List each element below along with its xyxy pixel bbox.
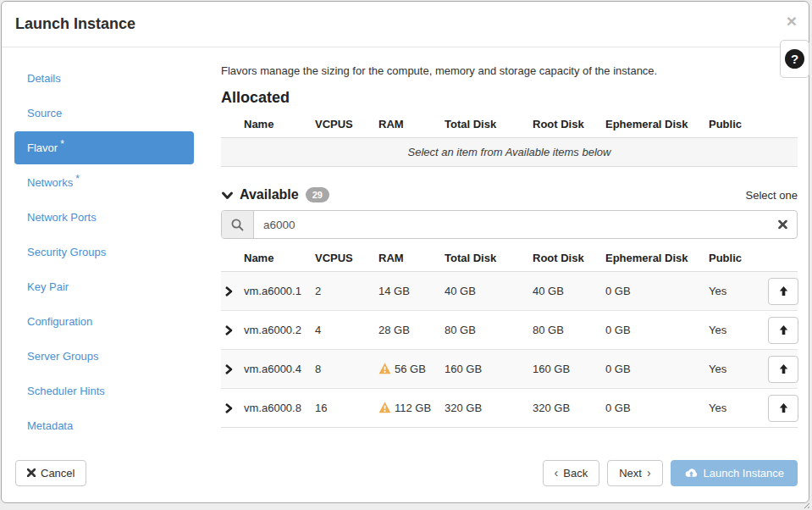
column-header-name: Name <box>243 110 314 138</box>
clear-search-icon[interactable] <box>776 219 789 231</box>
column-header-root-disk: Root Disk <box>532 244 605 272</box>
allocate-flavor-button[interactable] <box>768 356 798 383</box>
column-spacer <box>767 110 798 138</box>
column-spacer <box>767 244 798 272</box>
flavor-ephemeral-disk: 0 GB <box>605 350 708 389</box>
next-button[interactable]: Next › <box>607 460 662 486</box>
chevron-down-icon[interactable] <box>221 189 234 202</box>
table-row[interactable]: vm.a6000.1 2 14 GB 40 GB 40 GB 0 GB Yes <box>221 272 798 311</box>
help-button[interactable]: ? <box>780 40 809 78</box>
arrow-up-icon <box>778 363 789 374</box>
table-row[interactable]: vm.a6000.2 4 28 GB 80 GB 80 GB 0 GB Yes <box>221 311 798 350</box>
column-header-vcpus: VCPUS <box>314 110 378 138</box>
allocated-empty-row: Select an item from Available items belo… <box>221 138 798 167</box>
back-button[interactable]: ‹ Back <box>543 460 600 486</box>
allocate-flavor-button[interactable] <box>768 395 798 422</box>
flavor-total-disk: 160 GB <box>444 350 532 389</box>
column-header-public: Public <box>708 110 767 138</box>
flavor-public: Yes <box>708 389 767 428</box>
sidebar-item-security-groups[interactable]: Security Groups <box>2 235 207 269</box>
allocated-table: NameVCPUSRAMTotal DiskRoot DiskEphemeral… <box>221 110 798 167</box>
allocated-empty-message: Select an item from Available items belo… <box>221 138 798 167</box>
flavor-total-disk: 320 GB <box>444 389 532 428</box>
modal-header: Launch Instance × <box>2 2 809 47</box>
flavor-root-disk: 40 GB <box>532 272 605 311</box>
flavor-step-panel: Flavors manage the sizing for the comput… <box>207 47 809 452</box>
arrow-up-icon <box>778 402 789 413</box>
flavor-ram: 14 GB <box>378 272 444 311</box>
required-asterisk: * <box>75 173 80 185</box>
chevron-right-icon: › <box>647 466 651 480</box>
column-header-root-disk: Root Disk <box>532 110 605 138</box>
flavor-ephemeral-disk: 0 GB <box>605 311 708 350</box>
close-icon[interactable]: × <box>787 12 797 30</box>
column-header-ephemeral-disk: Ephemeral Disk <box>605 244 708 272</box>
launch-instance-modal: Launch Instance × ? Details Source Flavo… <box>1 1 809 503</box>
flavor-public: Yes <box>708 311 767 350</box>
column-header-ephemeral-disk: Ephemeral Disk <box>605 110 708 138</box>
launch-instance-button[interactable]: Launch Instance <box>671 460 798 486</box>
flavor-vcpus: 4 <box>314 311 378 350</box>
search-input[interactable] <box>254 211 797 238</box>
sidebar-item-configuration[interactable]: Configuration <box>2 304 207 339</box>
sidebar-item-key-pair[interactable]: Key Pair <box>2 269 207 304</box>
expand-row-icon[interactable] <box>221 311 243 350</box>
expand-row-icon[interactable] <box>221 350 243 389</box>
flavor-name: vm.a6000.1 <box>243 272 314 311</box>
allocate-flavor-button[interactable] <box>768 278 798 305</box>
modal-title: Launch Instance <box>15 15 135 33</box>
flavor-vcpus: 8 <box>314 350 378 389</box>
x-icon <box>27 468 36 477</box>
column-header-ram: RAM <box>378 110 444 138</box>
flavor-vcpus: 2 <box>314 272 378 311</box>
flavor-public: Yes <box>708 350 767 389</box>
sidebar-item-server-groups[interactable]: Server Groups <box>2 339 207 374</box>
column-header-ram: RAM <box>378 244 444 272</box>
required-asterisk: * <box>60 138 64 150</box>
sidebar-item-metadata[interactable]: Metadata <box>2 408 207 443</box>
select-one-hint: Select one <box>746 189 798 202</box>
flavor-name: vm.a6000.4 <box>243 350 314 389</box>
expand-row-icon[interactable] <box>221 272 243 311</box>
cloud-upload-icon <box>684 468 699 479</box>
table-row[interactable]: vm.a6000.4 8 56 GB 160 GB 160 GB 0 GB Ye… <box>221 350 798 389</box>
flavor-total-disk: 80 GB <box>444 311 532 350</box>
sidebar-item-network-ports[interactable]: Network Ports <box>2 200 207 235</box>
expand-row-icon[interactable] <box>221 389 243 428</box>
flavor-ephemeral-disk: 0 GB <box>605 389 708 428</box>
flavor-total-disk: 40 GB <box>444 272 532 311</box>
column-header-total-disk: Total Disk <box>444 110 532 138</box>
flavor-root-disk: 80 GB <box>532 311 605 350</box>
flavor-ram: 56 GB <box>378 350 444 389</box>
search-icon <box>222 211 254 238</box>
flavor-ram: 28 GB <box>378 311 444 350</box>
flavor-ephemeral-disk: 0 GB <box>605 272 708 311</box>
flavor-search <box>221 210 798 239</box>
sidebar-item-scheduler-hints[interactable]: Scheduler Hints <box>2 374 207 408</box>
step-description: Flavors manage the sizing for the comput… <box>221 64 798 77</box>
available-count-badge: 29 <box>306 187 329 202</box>
sidebar-item-flavor[interactable]: Flavor* <box>14 131 194 164</box>
modal-footer: Cancel ‹ Back Next › Launch Instance <box>2 452 809 502</box>
available-table: NameVCPUSRAMTotal DiskRoot DiskEphemeral… <box>221 244 798 428</box>
sidebar-item-details[interactable]: Details <box>2 61 207 96</box>
sidebar-item-source[interactable]: Source <box>2 96 207 130</box>
sidebar-item-networks[interactable]: Networks* <box>2 165 207 200</box>
wizard-sidebar: Details Source Flavor* Networks* Network… <box>2 47 207 452</box>
flavor-vcpus: 16 <box>314 389 378 428</box>
allocate-flavor-button[interactable] <box>768 317 798 344</box>
column-spacer <box>221 110 243 138</box>
flavor-name: vm.a6000.2 <box>243 311 314 350</box>
arrow-up-icon <box>778 324 789 335</box>
flavor-root-disk: 160 GB <box>532 350 605 389</box>
flavor-ram: 112 GB <box>378 389 444 428</box>
arrow-up-icon <box>778 285 789 297</box>
flavor-name: vm.a6000.8 <box>243 389 314 428</box>
cancel-button[interactable]: Cancel <box>15 460 86 486</box>
column-header-public: Public <box>708 244 767 272</box>
question-mark-icon: ? <box>785 49 804 69</box>
allocated-heading: Allocated <box>221 89 798 107</box>
table-row[interactable]: vm.a6000.8 16 112 GB 320 GB 320 GB 0 GB … <box>221 389 798 428</box>
available-heading[interactable]: Available <box>240 187 299 202</box>
flavor-public: Yes <box>708 272 767 311</box>
